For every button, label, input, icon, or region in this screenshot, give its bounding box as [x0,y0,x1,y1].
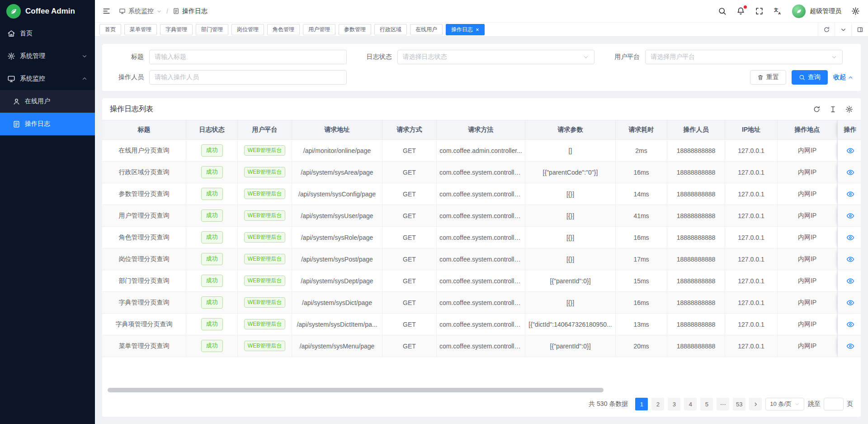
column-settings-icon[interactable] [845,105,853,113]
table-row: 部门管理分页查询成功WEB管理后台/api/system/sysDept/pag… [102,270,861,292]
table-wrap: 标题日志状态用户平台请求地址请求方式请求方法请求参数请求耗时操作人员IP地址操作… [102,120,861,357]
title-input[interactable]: 请输入标题 [149,50,347,64]
search-button[interactable]: 查询 [792,70,828,85]
cell-operator: 18888888888 [667,183,725,205]
pagination: 共 530 条数据 12345⋯53 10 条/页 跳至 页 [102,395,861,417]
user-menu[interactable]: 超级管理员 [792,5,841,18]
filter-field-operator: 操作人员 请输入操作人员 [109,70,358,85]
refresh-icon[interactable] [813,105,821,113]
table-row: 岗位管理分页查询成功WEB管理后台/api/system/sysPost/pag… [102,248,861,270]
tab-options-button[interactable] [835,23,851,36]
horizontal-scrollbar[interactable] [106,388,857,392]
sidebar-item-system-management[interactable]: 系统管理 [0,45,95,67]
cell-params: [{"parentCode":"0"}] [525,162,616,183]
tab-menu-management[interactable]: 菜单管理 [124,24,157,35]
cell-method: GET [382,292,437,314]
cell-duration: 16ms [616,162,667,183]
tab-config-management[interactable]: 参数管理 [339,24,371,35]
cell-actions [837,227,861,248]
page-button-4[interactable]: 4 [684,398,697,410]
platform-badge: WEB管理后台 [244,341,285,351]
view-detail-icon[interactable] [846,299,854,307]
cell-ip: 127.0.0.1 [725,292,778,314]
tab-label: 部门管理 [201,26,223,33]
cell-platform: WEB管理后台 [238,140,292,162]
tab-role-management[interactable]: 角色管理 [267,24,300,35]
sidebar-subitem-online-users[interactable]: 在线用户 [0,90,95,113]
cell-title: 字典项管理分页查询 [102,314,186,335]
cell-handler: com.coffee.system.controlle... [437,314,525,335]
table-row: 行政区域分页查询成功WEB管理后台/api/system/sysArea/pag… [102,162,861,183]
cell-title: 行政区域分页查询 [102,162,186,183]
close-icon[interactable]: × [476,27,479,33]
view-detail-icon[interactable] [846,147,854,155]
settings-icon[interactable] [851,7,860,15]
cell-params: [{}] [525,183,616,205]
cell-operator: 18888888888 [667,314,725,335]
tab-user-management[interactable]: 用户管理 [303,24,335,35]
cell-url: /api/system/sysConfig/page [292,183,382,205]
app-logo[interactable]: Coffee Admin [0,0,95,22]
cell-status: 成功 [186,140,238,162]
scrollbar-thumb[interactable] [108,388,604,392]
cell-platform: WEB管理后台 [238,335,292,357]
cell-location: 内网IP [778,270,837,292]
page-button-1[interactable]: 1 [635,398,648,410]
view-detail-icon[interactable] [846,168,854,176]
row-height-icon[interactable] [829,105,837,113]
cell-params: [{}] [525,227,616,248]
breadcrumb-item-system-monitor[interactable]: 系统监控 [119,7,162,15]
page-size-select[interactable]: 10 条/页 [765,398,804,410]
page-button-5[interactable]: 5 [700,398,713,410]
tab-dict-management[interactable]: 字典管理 [160,24,193,35]
cell-location: 内网IP [778,183,837,205]
fullscreen-icon[interactable] [755,7,764,15]
title-placeholder: 请输入标题 [155,53,341,61]
view-detail-icon[interactable] [846,233,854,242]
tab-dept-management[interactable]: 部门管理 [196,24,228,35]
refresh-page-button[interactable] [818,23,835,36]
next-page-button[interactable] [749,398,762,410]
cell-platform: WEB管理后台 [238,162,292,183]
table-spacer [102,357,861,388]
cell-method: GET [382,227,437,248]
cell-url: /api/system/sysDict/page [292,292,382,314]
page-button-53[interactable]: 53 [733,398,745,410]
layout-toggle-button[interactable] [851,23,868,36]
sidebar-item-label: 首页 [20,29,33,38]
search-icon[interactable] [718,7,726,15]
page-button-2[interactable]: 2 [651,398,664,410]
tab-post-management[interactable]: 岗位管理 [231,24,264,35]
collapse-filters-link[interactable]: 收起 [833,73,854,81]
log-status-placeholder: 请选择日志状态 [403,53,583,61]
tab-home[interactable]: 首页 [99,24,121,35]
menu-fold-icon[interactable] [102,7,111,15]
sidebar-item-system-monitor[interactable]: 系统监控 [0,67,95,90]
tab-online-users[interactable]: 在线用户 [410,24,443,35]
cell-actions [837,205,861,227]
view-detail-icon[interactable] [846,212,854,220]
jump-page-input[interactable] [824,398,844,410]
view-detail-icon[interactable] [846,277,854,285]
tab-label: 用户管理 [308,26,330,33]
page-button-3[interactable]: 3 [668,398,680,410]
user-platform-select[interactable]: 请选择用户平台 [645,50,843,64]
view-detail-icon[interactable] [846,320,854,329]
view-detail-icon[interactable] [846,342,854,350]
view-detail-icon[interactable] [846,255,854,263]
cell-ip: 127.0.0.1 [725,183,778,205]
translate-icon[interactable]: 文A [774,7,782,15]
sidebar-item-home[interactable]: 首页 [0,22,95,45]
tab-operation-log[interactable]: 操作日志× [446,24,485,35]
breadcrumb-label: 系统监控 [128,7,154,15]
tab-admin-area[interactable]: 行政区域 [374,24,407,35]
sidebar-subitem-operation-log[interactable]: 操作日志 [0,113,95,135]
log-status-select[interactable]: 请选择日志状态 [397,50,595,64]
operator-input[interactable]: 请输入操作人员 [149,70,347,85]
reset-button[interactable]: 重置 [750,70,786,85]
page-ellipsis[interactable]: ⋯ [717,398,729,410]
view-detail-icon[interactable] [846,190,854,198]
notifications-button[interactable] [736,7,745,15]
svg-text:A: A [778,11,781,15]
cell-location: 内网IP [778,292,837,314]
